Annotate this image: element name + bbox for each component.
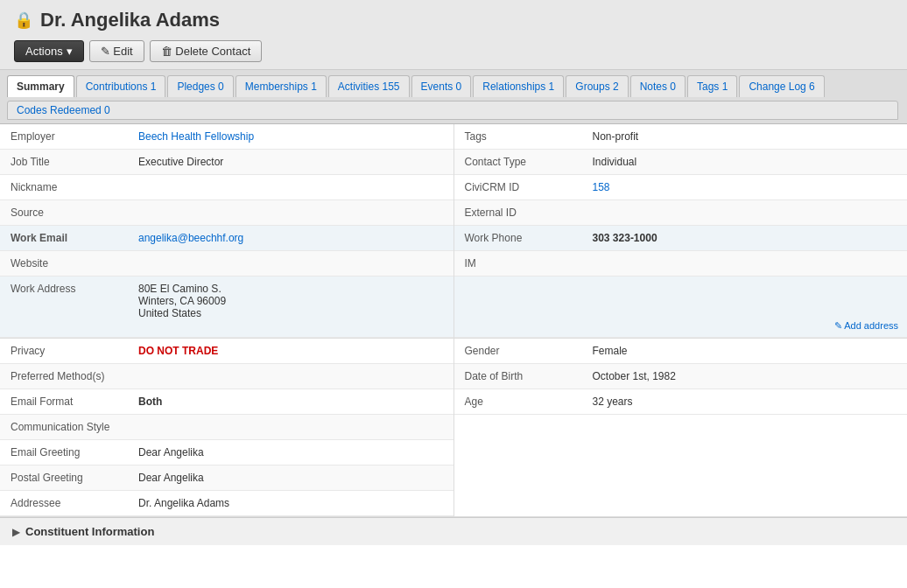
tab-groups[interactable]: Groups 2: [566, 75, 628, 97]
contact-type-value: Individual: [586, 150, 908, 174]
postal-greeting-row: Postal Greeting Dear Angelika: [0, 466, 454, 491]
civicrm-id-label: CiviCRM ID: [454, 175, 586, 200]
work-address-label: Work Address: [0, 276, 131, 337]
address-line3: United States: [138, 307, 446, 319]
source-row: Source: [0, 200, 454, 226]
sub-tabs-row: Codes Redeemed 0: [7, 97, 900, 123]
website-row: Website: [0, 251, 454, 276]
job-title-value: Executive Director: [131, 150, 454, 174]
preferred-method-row: Preferred Method(s): [0, 364, 454, 389]
delete-label: 🗑 Delete Contact: [161, 45, 251, 58]
privacy-row: Privacy DO NOT TRADE: [0, 339, 454, 364]
edit-button[interactable]: ✎ Edit: [89, 40, 144, 62]
preferred-method-label: Preferred Method(s): [0, 364, 131, 388]
website-value: [131, 251, 454, 276]
tab-tags[interactable]: Tags 1: [687, 75, 737, 97]
job-title-row: Job Title Executive Director: [0, 150, 454, 175]
constituent-chevron-icon: ▶: [12, 526, 20, 538]
age-label: Age: [454, 389, 586, 414]
postal-greeting-label: Postal Greeting: [0, 466, 131, 490]
toolbar: Actions ▾ ✎ Edit 🗑 Delete Contact: [14, 40, 893, 62]
bottom-info-section: Privacy DO NOT TRADE Preferred Method(s)…: [0, 339, 907, 517]
email-format-label: Email Format: [0, 389, 131, 414]
sub-tab-codes-redeemed[interactable]: Codes Redeemed 0: [7, 101, 898, 120]
tab-contributions[interactable]: Contributions 1: [76, 75, 166, 97]
right-col-top: Tags Non-profit Contact Type Individual …: [454, 124, 908, 338]
external-id-row: External ID: [454, 200, 908, 226]
email-greeting-label: Email Greeting: [0, 440, 131, 465]
right-col-bottom: Gender Female Date of Birth October 1st,…: [454, 339, 908, 516]
email-format-row: Email Format Both: [0, 389, 454, 415]
communication-style-row: Communication Style: [0, 415, 454, 440]
contact-type-label: Contact Type: [454, 150, 586, 174]
tab-events[interactable]: Events 0: [411, 75, 472, 97]
left-col-bottom: Privacy DO NOT TRADE Preferred Method(s)…: [0, 339, 454, 516]
work-phone-row: Work Phone 303 323-1000: [454, 226, 908, 251]
age-row: Age 32 years: [454, 389, 908, 415]
constituent-section-label: Constituent Information: [25, 525, 154, 538]
contact-name: Dr. Angelika Adams: [40, 9, 220, 32]
im-row: IM: [454, 251, 908, 276]
contact-type-row: Contact Type Individual: [454, 150, 908, 175]
actions-button[interactable]: Actions ▾: [14, 40, 84, 62]
constituent-section[interactable]: ▶ Constituent Information: [0, 517, 907, 545]
edit-label: ✎ Edit: [101, 45, 133, 58]
email-greeting-value: Dear Angelika: [131, 440, 454, 465]
tab-notes[interactable]: Notes 0: [630, 75, 686, 97]
civicrm-id-value[interactable]: 158: [586, 175, 908, 200]
content-area: Employer Beech Health Fellowship Job Tit…: [0, 124, 907, 545]
source-label: Source: [0, 200, 131, 225]
work-phone-label: Work Phone: [454, 226, 586, 250]
employer-label: Employer: [0, 124, 131, 149]
actions-chevron-icon: ▾: [67, 45, 73, 58]
preferred-method-value: [131, 364, 454, 388]
communication-style-value: [131, 415, 454, 439]
website-label: Website: [0, 251, 131, 276]
page-header: 🔒 Dr. Angelika Adams Actions ▾ ✎ Edit 🗑 …: [0, 0, 907, 70]
gender-row: Gender Female: [454, 339, 908, 364]
actions-label: Actions: [25, 45, 63, 58]
tab-summary[interactable]: Summary: [7, 75, 74, 97]
age-value: 32 years: [586, 389, 908, 414]
source-value: [131, 200, 454, 225]
tabs-row: Summary Contributions 1 Pledges 0 Member…: [7, 70, 900, 97]
addressee-value: Dr. Angelika Adams: [131, 491, 454, 515]
tags-row: Tags Non-profit: [454, 124, 908, 150]
job-title-label: Job Title: [0, 150, 131, 174]
tabs-container: Summary Contributions 1 Pledges 0 Member…: [0, 70, 907, 124]
tab-memberships[interactable]: Memberships 1: [236, 75, 327, 97]
work-address-value: 80E El Camino S. Winters, CA 96009 Unite…: [131, 276, 454, 337]
privacy-label: Privacy: [0, 339, 131, 363]
address-line2: Winters, CA 96009: [138, 295, 446, 307]
employer-row: Employer Beech Health Fellowship: [0, 124, 454, 150]
postal-greeting-value: Dear Angelika: [131, 466, 454, 490]
tab-activities[interactable]: Activities 155: [328, 75, 410, 97]
nickname-value: [131, 175, 454, 200]
external-id-label: External ID: [454, 200, 586, 225]
nickname-label: Nickname: [0, 175, 131, 200]
add-address-button[interactable]: ✎ Add address: [834, 320, 898, 332]
address-line1: 80E El Camino S.: [138, 283, 446, 295]
right-address-spacer: ✎ Add address: [454, 276, 908, 338]
email-greeting-row: Email Greeting Dear Angelika: [0, 440, 454, 466]
civicrm-id-row: CiviCRM ID 158: [454, 175, 908, 200]
contact-icon: 🔒: [14, 10, 33, 30]
employer-value[interactable]: Beech Health Fellowship: [131, 124, 454, 149]
external-id-value: [586, 200, 908, 225]
gender-value: Female: [586, 339, 908, 363]
tab-relationships[interactable]: Relationships 1: [473, 75, 564, 97]
work-address-row: Work Address 80E El Camino S. Winters, C…: [0, 276, 454, 338]
contact-title-bar: 🔒 Dr. Angelika Adams: [14, 9, 893, 32]
work-phone-value: 303 323-1000: [586, 226, 908, 250]
nickname-row: Nickname: [0, 175, 454, 200]
top-info-section: Employer Beech Health Fellowship Job Tit…: [0, 124, 907, 339]
tab-changelog[interactable]: Change Log 6: [739, 75, 824, 97]
tab-pledges[interactable]: Pledges 0: [167, 75, 233, 97]
communication-style-label: Communication Style: [0, 415, 131, 439]
work-email-value[interactable]: angelika@beechhf.org: [131, 226, 454, 250]
addressee-label: Addressee: [0, 491, 131, 515]
tags-value: Non-profit: [586, 124, 908, 149]
delete-contact-button[interactable]: 🗑 Delete Contact: [150, 40, 263, 62]
work-email-label: Work Email: [0, 226, 131, 250]
work-email-row: Work Email angelika@beechhf.org: [0, 226, 454, 251]
